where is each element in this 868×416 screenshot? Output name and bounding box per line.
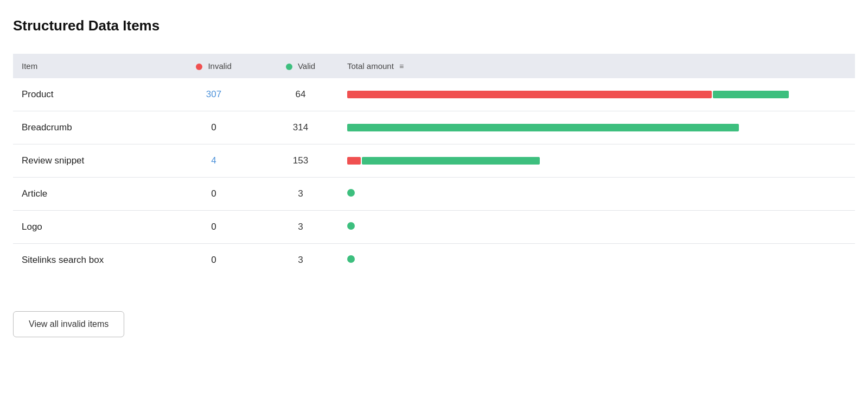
sort-icon[interactable]: ≡ [399, 62, 404, 71]
bar-container [347, 123, 855, 133]
bar-container [347, 90, 855, 99]
cell-item: Sitelinks search box [13, 244, 165, 277]
cell-item: Review snippet [13, 144, 165, 178]
small-valid-dot [347, 222, 355, 230]
col-header-total: Total amount ≡ [339, 54, 855, 78]
table-row: Breadcrumb0314 [13, 111, 855, 144]
bar-container [347, 156, 855, 166]
table-row: Product30764 [13, 78, 855, 111]
view-all-invalid-button[interactable]: View all invalid items [13, 311, 124, 337]
col-header-item: Item [13, 54, 165, 78]
invalid-legend-dot [196, 64, 202, 70]
table-row: Sitelinks search box03 [13, 244, 855, 277]
invalid-count-link[interactable]: 4 [211, 155, 216, 166]
cell-valid: 153 [263, 144, 339, 178]
bar-valid-segment [713, 91, 788, 98]
cell-bar [339, 211, 855, 244]
invalid-count-link[interactable]: 307 [206, 89, 221, 99]
table-row: Review snippet4153 [13, 144, 855, 178]
cell-item: Article [13, 178, 165, 211]
cell-invalid[interactable]: 4 [165, 144, 263, 178]
cell-invalid[interactable]: 307 [165, 78, 263, 111]
bar-valid-segment [347, 124, 739, 131]
table-row: Logo03 [13, 211, 855, 244]
table-row: Article03 [13, 178, 855, 211]
cell-valid: 314 [263, 111, 339, 144]
cell-bar [339, 144, 855, 178]
page-title: Structured Data Items [13, 17, 855, 34]
bar-valid-segment [362, 157, 540, 165]
cell-valid: 3 [263, 211, 339, 244]
cell-invalid: 0 [165, 178, 263, 211]
col-header-valid: Valid [263, 54, 339, 78]
col-header-invalid: Invalid [165, 54, 263, 78]
cell-valid: 3 [263, 244, 339, 277]
cell-item: Product [13, 78, 165, 111]
cell-bar [339, 111, 855, 144]
table-header-row: Item Invalid Valid Total amount ≡ [13, 54, 855, 78]
valid-legend-dot [286, 64, 292, 70]
structured-data-table: Item Invalid Valid Total amount ≡ Produc… [13, 54, 855, 276]
cell-bar [339, 178, 855, 211]
cell-bar [339, 244, 855, 277]
cell-invalid: 0 [165, 111, 263, 144]
cell-item: Logo [13, 211, 165, 244]
small-valid-dot [347, 255, 355, 263]
cell-bar [339, 78, 855, 111]
small-valid-dot [347, 189, 355, 197]
cell-valid: 3 [263, 178, 339, 211]
cell-invalid: 0 [165, 211, 263, 244]
cell-invalid: 0 [165, 244, 263, 277]
bar-invalid-segment [347, 157, 361, 165]
cell-valid: 64 [263, 78, 339, 111]
cell-item: Breadcrumb [13, 111, 165, 144]
bar-invalid-segment [347, 91, 712, 98]
